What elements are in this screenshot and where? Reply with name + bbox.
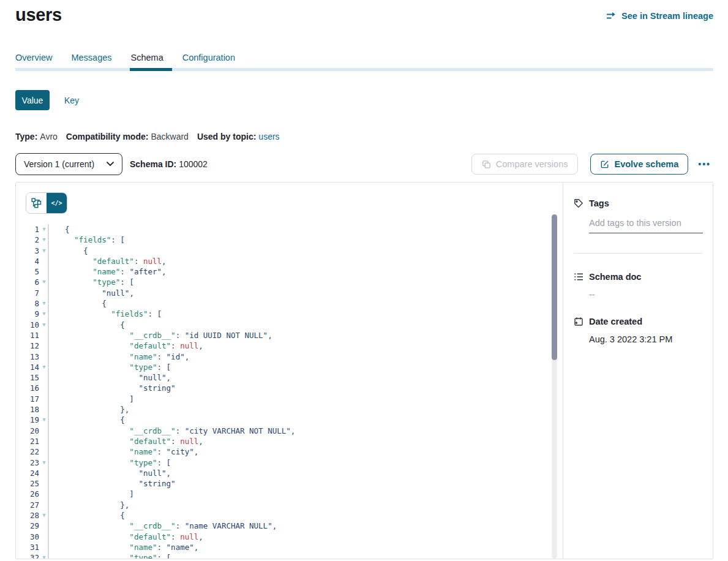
tab-schema[interactable]: Schema: [131, 53, 163, 68]
topic-link[interactable]: users: [258, 132, 279, 141]
version-bar: Version 1 (current) Schema ID: 100002 Co…: [15, 153, 713, 175]
line-number: 29: [26, 521, 39, 531]
scrollbar-thumb[interactable]: [552, 214, 557, 360]
line-number: 30: [26, 532, 39, 542]
fold-toggle-icon[interactable]: ▼: [39, 298, 49, 309]
fold-toggle-icon[interactable]: ▼: [39, 246, 49, 256]
see-in-stream-lineage-link[interactable]: See in Stream lineage: [606, 11, 713, 21]
date-created-value: Aug. 3 2022 3:21 PM: [589, 334, 703, 344]
editor-scrollbar[interactable]: [552, 214, 557, 559]
compare-versions-button[interactable]: Compare versions: [471, 154, 579, 175]
tag-icon: [574, 198, 584, 208]
line-number: 31: [26, 542, 39, 552]
fold-toggle-icon[interactable]: ▼: [39, 235, 49, 245]
tab-overview[interactable]: Overview: [15, 53, 52, 68]
list-icon: [574, 272, 584, 282]
schema-doc-section: Schema doc --: [574, 272, 703, 299]
tree-view-button[interactable]: [26, 193, 47, 213]
tags-input[interactable]: [589, 218, 703, 233]
fold-toggle-icon[interactable]: ▼: [39, 362, 49, 372]
date-created-section: Date created Aug. 3 2022 3:21 PM: [574, 317, 703, 344]
page-title: users: [15, 5, 62, 25]
code-line: 20 "__crdb__": "city VARCHAR NOT NULL",: [26, 426, 546, 436]
line-number: 23: [26, 457, 39, 468]
line-number: 18: [26, 404, 39, 415]
line-number: 28: [26, 510, 39, 521]
code-icon: </>: [51, 200, 62, 206]
value-toggle-button[interactable]: Value: [15, 90, 50, 110]
schema-doc-value: --: [589, 290, 703, 299]
line-number: 5: [26, 266, 39, 277]
fold-toggle-icon[interactable]: ▼: [39, 277, 49, 287]
line-number: 8: [26, 298, 39, 309]
code-pane: </> 1▼{2▼ "fields": [3▼ {4 "default": nu…: [16, 183, 563, 559]
code-line: 15 "null",: [26, 372, 546, 383]
tab-bar: Overview Messages Schema Configuration: [15, 53, 713, 71]
line-number: 4: [26, 256, 39, 266]
code-line: 2▼ "fields": [: [26, 235, 546, 245]
code-line: 19▼ {: [26, 415, 546, 425]
line-number: 2: [26, 235, 39, 245]
line-number: 3: [26, 246, 39, 256]
type-label: Type:: [15, 132, 37, 141]
line-number: 16: [26, 383, 39, 393]
code-line: 29 "__crdb__": "name VARCHAR NULL",: [26, 521, 546, 531]
evolve-schema-button[interactable]: Evolve schema: [590, 154, 688, 175]
fold-toggle-icon[interactable]: ▼: [39, 320, 49, 330]
fold-toggle-icon[interactable]: ▼: [39, 415, 49, 425]
compatibility-mode-label: Compatibility mode:: [66, 132, 149, 141]
type-value: Avro: [40, 132, 58, 141]
line-number: 26: [26, 489, 39, 499]
line-number: 22: [26, 446, 39, 457]
version-select[interactable]: Version 1 (current): [15, 153, 122, 175]
line-number: 10: [26, 320, 39, 330]
tree-icon: [31, 198, 42, 208]
code-line: 27 },: [26, 500, 546, 510]
code-line: 4 "default": null,: [26, 256, 546, 266]
code-line: 13 "name": "id",: [26, 352, 546, 362]
line-number: 6: [26, 277, 39, 287]
tab-configuration[interactable]: Configuration: [182, 53, 235, 68]
key-toggle-button[interactable]: Key: [64, 96, 79, 105]
more-options-button[interactable]: •••: [696, 158, 713, 170]
line-number: 7: [26, 288, 39, 298]
fold-toggle-icon[interactable]: ▼: [39, 510, 49, 521]
schema-meta-row: Type:Avro Compatibility mode:Backward Us…: [15, 132, 713, 141]
calendar-plus-icon: [574, 317, 584, 326]
code-line: 10▼ {: [26, 320, 546, 330]
code-line: 28▼ {: [26, 510, 546, 521]
code-line: 8▼ {: [26, 298, 546, 309]
fold-toggle-icon[interactable]: ▼: [39, 457, 49, 468]
code-line: 21 "default": null,: [26, 436, 546, 446]
line-number: 21: [26, 436, 39, 446]
line-number: 1: [26, 224, 39, 235]
code-line: 7 "null",: [26, 288, 546, 298]
code-line: 26 ]: [26, 489, 546, 499]
code-line: 31 "name": "name",: [26, 542, 546, 552]
version-select-value: Version 1 (current): [24, 159, 94, 169]
schema-panel: </> 1▼{2▼ "fields": [3▼ {4 "default": nu…: [15, 182, 713, 559]
sidebar-divider: [574, 253, 703, 254]
code-view-button[interactable]: </>: [47, 193, 67, 213]
tags-section: Tags: [574, 198, 703, 233]
schema-sidebar: Tags: [563, 183, 713, 559]
code-line: 11 "__crdb__": "id UUID NOT NULL",: [26, 330, 546, 341]
line-number: 13: [26, 352, 39, 362]
code-line: 5 "name": "after",: [26, 266, 546, 277]
code-editor[interactable]: 1▼{2▼ "fields": [3▼ {4 "default": null,5…: [26, 224, 546, 559]
code-line: 32▼ "type": [: [26, 552, 546, 559]
code-line: 25 "string": [26, 478, 546, 489]
fold-toggle-icon[interactable]: ▼: [39, 309, 49, 319]
schema-id-value: 100002: [179, 159, 208, 169]
code-line: 17 ]: [26, 394, 546, 404]
code-line: 24 "null",: [26, 468, 546, 478]
value-key-toggle: Value Key: [15, 90, 713, 110]
fold-toggle-icon[interactable]: ▼: [39, 224, 49, 235]
code-line: 1▼{: [26, 224, 546, 235]
tags-title: Tags: [589, 198, 609, 208]
code-line: 22 "name": "city",: [26, 446, 546, 457]
fold-toggle-icon[interactable]: ▼: [39, 552, 49, 559]
used-by-topic-label: Used by topic:: [197, 132, 256, 141]
code-line: 12 "default": null,: [26, 341, 546, 351]
tab-messages[interactable]: Messages: [71, 53, 111, 68]
